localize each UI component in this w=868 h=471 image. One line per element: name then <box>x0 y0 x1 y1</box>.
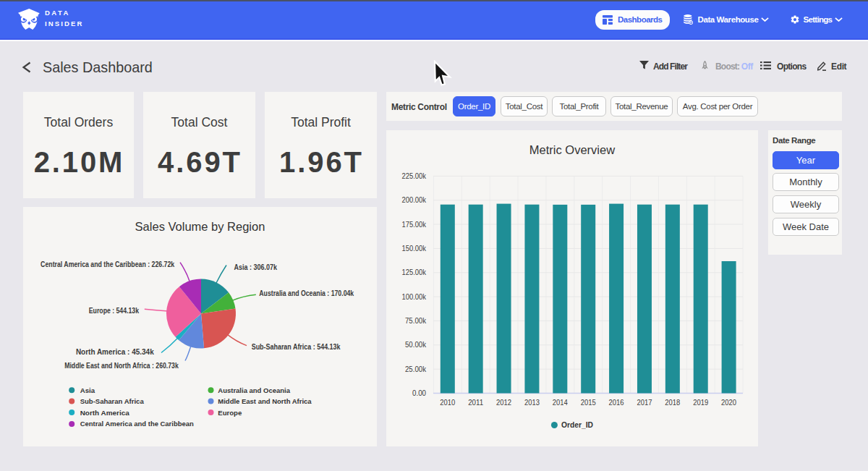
svg-text:Middle East and North Africa: Middle East and North Africa <box>218 397 312 405</box>
svg-text:2014: 2014 <box>553 398 568 407</box>
svg-text:75.00k: 75.00k <box>405 316 427 325</box>
svg-text:2012: 2012 <box>496 398 511 407</box>
svg-text:North America: North America <box>80 409 130 417</box>
svg-text:150.00k: 150.00k <box>402 244 427 253</box>
svg-text:50.00k: 50.00k <box>405 340 427 349</box>
svg-text:225.00k: 225.00k <box>402 171 427 180</box>
svg-text:2018: 2018 <box>665 398 680 407</box>
svg-text:Australia and Oceania : 170.04: Australia and Oceania : 170.04k <box>259 289 354 297</box>
svg-text:Central America and the Caribb: Central America and the Caribbean <box>80 420 194 428</box>
svg-text:2017: 2017 <box>637 398 652 407</box>
svg-text:2010: 2010 <box>440 398 455 407</box>
svg-text:125.00k: 125.00k <box>402 268 427 276</box>
svg-text:2015: 2015 <box>581 398 596 407</box>
svg-text:Metric Overview: Metric Overview <box>529 143 615 156</box>
svg-text:0.00: 0.00 <box>412 389 426 397</box>
svg-text:North America : 45.34k: North America : 45.34k <box>76 347 154 356</box>
svg-text:2016: 2016 <box>609 398 624 407</box>
svg-text:Asia: Asia <box>80 386 95 394</box>
svg-text:Order_ID: Order_ID <box>561 420 593 429</box>
svg-text:Europe : 544.13k: Europe : 544.13k <box>89 306 139 315</box>
svg-text:2013: 2013 <box>524 398 540 407</box>
svg-text:Australia and Oceania: Australia and Oceania <box>218 386 290 394</box>
svg-text:100.00k: 100.00k <box>402 292 427 301</box>
svg-text:Sub-Saharan Africa: Sub-Saharan Africa <box>80 397 145 405</box>
svg-text:Central America and the Caribb: Central America and the Caribbean : 226.… <box>41 260 174 268</box>
svg-text:Sub-Saharan Africa : 544.13k: Sub-Saharan Africa : 544.13k <box>252 342 341 351</box>
svg-text:200.00k: 200.00k <box>402 195 427 204</box>
svg-text:Europe: Europe <box>218 409 242 417</box>
svg-text:25.00k: 25.00k <box>405 365 427 373</box>
svg-text:Sales Volume by Region: Sales Volume by Region <box>135 220 265 233</box>
svg-text:2019: 2019 <box>693 398 708 407</box>
svg-text:2011: 2011 <box>468 398 483 407</box>
svg-text:Asia : 306.07k: Asia : 306.07k <box>234 263 278 271</box>
svg-text:2020: 2020 <box>721 398 736 407</box>
svg-text:Middle East and North Africa :: Middle East and North Africa : 260.73k <box>64 361 179 370</box>
svg-text:175.00k: 175.00k <box>402 220 427 229</box>
